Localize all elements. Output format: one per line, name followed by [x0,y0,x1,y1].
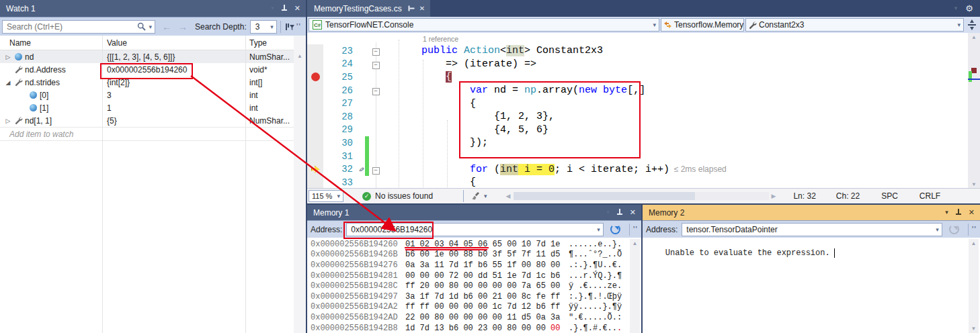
close-icon[interactable]: ✕ [294,5,300,12]
watch-row[interactable]: ▷nd{[[1, 2, 3], [4, 5, 6]]}NumShar... [0,50,306,63]
pin-icon[interactable] [616,209,623,216]
code-line[interactable]: 28 {1, 2, 3}, [307,110,968,124]
watch-row[interactable]: ▷nd[1, 1]{5}NumShar... [0,114,306,127]
hscroll-left-icon[interactable]: ◀ [506,193,511,199]
class-dropdown[interactable]: Tensorflow.MemoryTestingCases ▾ [661,18,744,32]
breakpoint-margin[interactable] [307,58,323,71]
split-window-icon[interactable] [967,19,977,30]
memory1-address-value[interactable]: 0x000002556B194260 [347,225,432,234]
toolbar-overflow-icon[interactable]: ’’ [633,226,638,233]
scroll-up-icon[interactable]: ▲ [294,52,306,60]
issues-check-icon[interactable]: ✓ [362,192,371,201]
memory-row[interactable]: 0x000002556B1942760a 3a 11 7d 1f b6 55 1… [311,260,629,271]
editor-scrollbar[interactable]: ▲ ▼ [968,33,980,189]
memory-row[interactable]: 0x000002556B1942A2ff ff 00 00 00 00 1c 7… [311,302,629,313]
memory1-content[interactable]: 0x000002556B19426001 02 03 04 05 06 65 0… [311,239,629,333]
memory-row[interactable]: 0x000002556B19428Cff 20 00 80 00 00 00 0… [311,281,629,291]
filter-icon[interactable] [284,22,295,32]
memory-row[interactable]: 0x000002556B1942B81d 7d 13 b6 00 23 00 8… [311,323,629,333]
scroll-down-icon[interactable]: ▼ [969,324,979,333]
scroll-up-icon[interactable]: ▲ [630,239,640,248]
breakpoint-margin[interactable] [307,176,323,189]
pin-icon[interactable] [955,209,962,216]
search-input[interactable] [3,21,137,32]
code-editor[interactable]: 1 reference 23−public Action<int> Consta… [307,33,980,189]
cleanup-caret-icon[interactable]: ▾ [484,193,487,199]
breakpoint-margin[interactable] [307,110,323,124]
breakpoint-margin[interactable] [307,84,323,97]
toolbar-overflow-icon[interactable]: ’’ [296,23,301,30]
breakpoint-margin[interactable] [307,162,323,176]
address-caret-icon[interactable]: ▾ [594,226,603,233]
hscroll-right-icon[interactable]: ▶ [772,193,776,199]
memory1-scrollbar[interactable]: ▲ [630,239,640,333]
search-options-caret-icon[interactable]: ▾ [146,23,155,30]
pin-icon[interactable] [281,5,288,12]
breakpoint-margin[interactable] [307,124,323,137]
breakpoint-margin[interactable] [307,97,323,110]
watch-search-box[interactable]: ▾ [2,20,155,34]
fold-toggle[interactable]: − [369,85,382,96]
memory-row[interactable]: 0x000002556B19428100 00 00 72 00 dd 51 1… [311,271,629,281]
search-icon[interactable] [137,22,146,31]
memory-row[interactable]: 0x000002556B1942AD22 00 80 00 00 00 00 1… [311,312,629,323]
memory1-titlebar[interactable]: Memory 1 ▾ ✕ [307,205,641,220]
member-dropdown[interactable]: Constant2x3 ▾ [745,18,964,32]
code-line[interactable]: 27 { [307,97,968,110]
code-line[interactable]: 25 { [307,70,968,84]
expander-icon[interactable]: ▷ [4,117,12,124]
scroll-up-icon[interactable]: ▲ [968,33,980,42]
memory2-content[interactable]: Unable to evaluate the expression. [646,239,968,333]
memory-row[interactable]: 0x000002556B19426Bb6 00 1e 00 88 b0 3f 5… [311,250,629,260]
watch-scrollbar[interactable]: ▲ [294,36,306,333]
toolbar-overflow-icon[interactable]: ’’ [972,226,977,233]
fold-toggle[interactable]: − [369,58,382,70]
watch-row[interactable]: nd.Address0x000002556b194260void* [0,63,306,76]
tab-pin-icon[interactable] [407,5,414,12]
collapse-icon[interactable]: − [372,62,380,69]
address-caret-icon[interactable]: ▾ [933,226,942,233]
breakpoint-margin[interactable] [307,70,323,84]
codelens-references[interactable]: 1 reference [423,35,458,43]
code-line[interactable]: 32✎− for (int i = 0; i < iterate; i++) ≤… [307,162,968,176]
code-line[interactable]: 24− => (iterate) => [307,58,968,71]
breakpoint-margin[interactable] [307,150,323,163]
code-line[interactable]: 30 }); [307,136,968,150]
memory2-scrollbar[interactable]: ▲ ▼ [969,239,979,333]
project-dropdown[interactable]: C# TensorFlowNET.Console ▾ [309,18,659,32]
close-icon[interactable]: ✕ [969,209,975,216]
gear-icon[interactable]: ⚙ [965,4,973,13]
code-cleanup-icon[interactable] [471,191,481,201]
code-line[interactable]: 33 { [307,176,968,189]
breakpoint-margin[interactable] [307,136,323,150]
document-tab[interactable]: MemoryTestingCases.cs ✕ [307,0,430,17]
code-line[interactable]: 29 {4, 5, 6} [307,124,968,137]
code-line[interactable]: 23−public Action<int> Constant2x3 [307,44,968,58]
memory2-titlebar[interactable]: Memory 2 ▾ ✕ [643,205,980,220]
watch-row[interactable]: [0]3int [0,89,306,101]
fold-toggle[interactable]: − [369,45,382,56]
scroll-up-icon[interactable]: ▲ [969,239,979,248]
tab-close-icon[interactable]: ✕ [419,5,425,12]
window-position-icon[interactable]: ▾ [271,5,274,11]
breakpoint-margin[interactable] [307,44,323,58]
memory1-address-combo[interactable]: 0x000002556B194260 ▾ [346,223,603,236]
watch-add-row[interactable]: Add item to watch [0,127,306,141]
search-depth-select[interactable]: 3 ▾ [250,20,277,34]
hscrollbar[interactable] [514,192,769,200]
breakpoint-icon[interactable] [311,73,320,81]
fold-toggle[interactable]: − [369,164,382,175]
code-line[interactable]: 31 [307,150,968,163]
collapse-icon[interactable]: − [372,48,380,56]
back-icon[interactable]: ← [162,21,171,32]
issues-text[interactable]: No issues found [375,191,433,201]
expander-icon[interactable]: ◢ [4,79,12,86]
refresh-icon[interactable] [610,224,620,234]
memory2-address-combo[interactable]: tensor.TensorDataPointer ▾ [682,223,942,236]
expander-icon[interactable]: ▷ [4,54,12,60]
zoom-select[interactable]: 115 % ▾ [309,190,343,202]
collapse-icon[interactable]: − [372,88,380,95]
window-position-icon[interactable]: ▾ [945,209,948,216]
watch-titlebar[interactable]: Watch 1 ▾ ✕ [0,0,306,17]
watch-row[interactable]: [1]1int [0,101,306,114]
